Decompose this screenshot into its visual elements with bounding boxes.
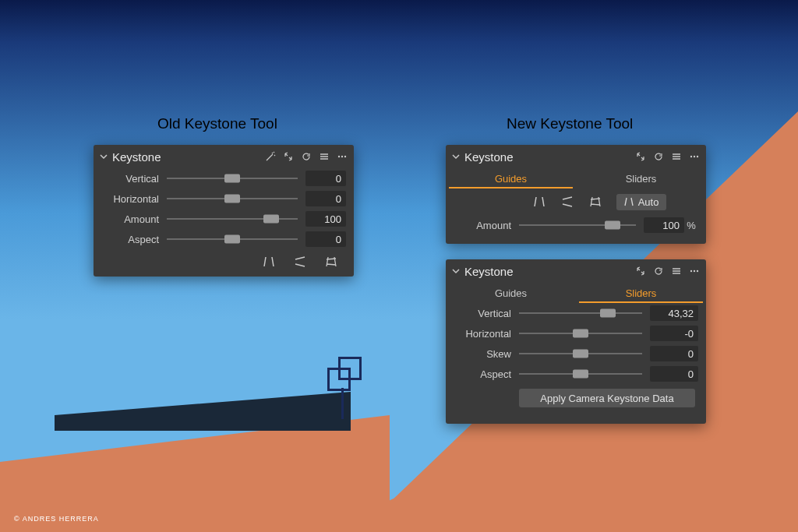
more-icon[interactable] xyxy=(337,151,348,162)
credit-text: © ANDRES HERRERA xyxy=(14,515,99,523)
apply-camera-keystone-button[interactable]: Apply Camera Keystone Data xyxy=(519,389,695,407)
title-old: Old Keystone Tool xyxy=(157,115,277,132)
reset-icon[interactable] xyxy=(301,151,312,162)
swap-icon[interactable] xyxy=(283,151,294,162)
panel-header: Keystone xyxy=(446,259,706,283)
slider-vertical[interactable] xyxy=(167,173,298,184)
menu-icon[interactable] xyxy=(671,266,682,277)
slider-horizontal[interactable] xyxy=(167,193,298,204)
slider-vertical[interactable] xyxy=(519,308,642,319)
slider-row-horizontal: Horizontal 0 xyxy=(94,188,354,209)
value-amount[interactable]: 100 xyxy=(305,211,346,227)
value-skew[interactable]: 0 xyxy=(650,346,698,361)
value-aspect[interactable]: 0 xyxy=(305,231,346,247)
title-new: New Keystone Tool xyxy=(507,115,633,132)
auto-button-label: Auto xyxy=(638,196,659,208)
slider-row-vertical: Vertical 43,32 xyxy=(446,303,706,323)
tabs: Guides Sliders xyxy=(446,168,706,188)
reset-icon[interactable] xyxy=(653,266,664,277)
slider-row-aspect: Aspect 0 xyxy=(94,229,354,249)
chevron-down-icon[interactable] xyxy=(450,151,461,162)
value-horizontal[interactable]: 0 xyxy=(305,191,346,206)
chevron-down-icon[interactable] xyxy=(450,266,461,277)
guides-tool-row: Auto xyxy=(446,188,706,215)
keystone-horizontal-icon[interactable] xyxy=(560,195,574,209)
svg-point-3 xyxy=(690,156,692,157)
background-rooftop xyxy=(55,392,351,431)
tab-guides[interactable]: Guides xyxy=(446,283,576,303)
slider-horizontal[interactable] xyxy=(519,328,642,339)
slider-row-amount: Amount 100 xyxy=(94,209,354,229)
svg-point-2 xyxy=(344,156,346,157)
panel-old-keystone: Keystone Vertical 0 Horizontal 0 Amount … xyxy=(94,145,354,277)
panel-header: Keystone xyxy=(446,145,706,168)
slider-row-horizontal: Horizontal -0 xyxy=(446,323,706,344)
slider-amount[interactable] xyxy=(167,213,298,224)
value-horizontal[interactable]: -0 xyxy=(650,326,698,341)
auto-button[interactable]: Auto xyxy=(616,194,667,210)
slider-row-skew: Skew 0 xyxy=(446,344,706,364)
slider-skew[interactable] xyxy=(519,348,642,359)
tab-sliders[interactable]: Sliders xyxy=(576,168,706,188)
slider-label: Amount xyxy=(446,220,519,231)
menu-icon[interactable] xyxy=(671,151,682,162)
menu-icon[interactable] xyxy=(319,151,330,162)
slider-label: Vertical xyxy=(94,173,167,185)
more-icon[interactable] xyxy=(689,151,700,162)
svg-point-0 xyxy=(338,156,340,157)
tab-sliders[interactable]: Sliders xyxy=(576,283,706,303)
value-vertical[interactable]: 0 xyxy=(305,171,346,186)
value-vertical[interactable]: 43,32 xyxy=(650,305,698,321)
tab-guides[interactable]: Guides xyxy=(446,168,576,188)
slider-row-amount: Amount 100 % xyxy=(446,215,706,235)
svg-point-5 xyxy=(697,156,698,157)
slider-label: Skew xyxy=(446,348,519,360)
panel-header: Keystone xyxy=(94,145,354,168)
keystone-icon-row xyxy=(94,249,354,274)
slider-label: Vertical xyxy=(446,308,519,319)
value-amount[interactable]: 100 xyxy=(644,217,684,233)
more-icon[interactable] xyxy=(689,266,700,277)
slider-amount[interactable] xyxy=(519,220,636,231)
magic-wand-icon[interactable] xyxy=(265,151,276,162)
keystone-grid-icon[interactable] xyxy=(588,195,602,209)
slider-label: Horizontal xyxy=(94,193,167,205)
background: © ANDRES HERRERA Old Keystone Tool New K… xyxy=(0,0,798,532)
keystone-horizontal-icon[interactable] xyxy=(293,255,307,269)
suffix-percent: % xyxy=(684,220,698,231)
slider-aspect[interactable] xyxy=(519,368,642,379)
svg-point-8 xyxy=(697,270,698,272)
panel-new-keystone-guides: Keystone Guides Sliders Auto Amount 1 xyxy=(446,145,706,244)
svg-point-4 xyxy=(694,156,695,157)
background-antenna xyxy=(327,357,363,411)
slider-label: Aspect xyxy=(94,234,167,245)
slider-label: Horizontal xyxy=(446,328,519,340)
svg-point-1 xyxy=(341,156,343,157)
slider-aspect[interactable] xyxy=(167,234,298,245)
reset-icon[interactable] xyxy=(653,151,664,162)
keystone-grid-icon[interactable] xyxy=(324,255,338,269)
slider-label: Amount xyxy=(94,213,167,225)
slider-label: Aspect xyxy=(446,368,519,380)
chevron-down-icon[interactable] xyxy=(98,151,109,162)
tabs: Guides Sliders xyxy=(446,283,706,303)
value-aspect[interactable]: 0 xyxy=(650,366,698,382)
swap-icon[interactable] xyxy=(635,151,646,162)
panel-new-keystone-sliders: Keystone Guides Sliders Vertical 43,32 H… xyxy=(446,259,706,424)
keystone-vertical-icon[interactable] xyxy=(262,255,276,269)
slider-row-vertical: Vertical 0 xyxy=(94,168,354,188)
panel-title: Keystone xyxy=(112,150,265,164)
keystone-vertical-icon[interactable] xyxy=(532,195,546,209)
svg-point-6 xyxy=(690,270,692,272)
panel-title: Keystone xyxy=(464,150,635,164)
swap-icon[interactable] xyxy=(635,266,646,277)
svg-point-7 xyxy=(694,270,695,272)
slider-row-aspect: Aspect 0 xyxy=(446,364,706,384)
panel-title: Keystone xyxy=(464,265,635,278)
